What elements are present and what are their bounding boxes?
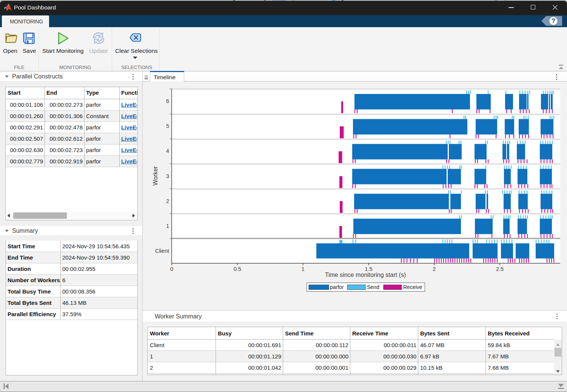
svg-text:parfor: parfor	[330, 284, 344, 290]
svg-text:Client: Client	[155, 248, 169, 254]
svg-text:0: 0	[170, 266, 173, 272]
svg-text:2.5: 2.5	[496, 266, 504, 272]
svg-text:5: 5	[166, 123, 169, 129]
svg-text:Worker: Worker	[152, 166, 159, 186]
svg-text:6: 6	[166, 98, 169, 104]
svg-text:Time since monitoring start (s: Time since monitoring start (s)	[325, 272, 406, 278]
svg-text:0.5: 0.5	[234, 266, 241, 272]
svg-text:3: 3	[166, 173, 169, 179]
svg-text:1: 1	[302, 266, 305, 272]
svg-text:Receive: Receive	[403, 284, 422, 290]
svg-text:Send: Send	[367, 284, 379, 290]
svg-text:2: 2	[166, 198, 169, 204]
svg-text:1.5: 1.5	[365, 266, 372, 272]
svg-text:1: 1	[166, 223, 169, 229]
svg-text:?: ?	[552, 18, 555, 24]
svg-text:4: 4	[166, 148, 169, 154]
svg-text:2: 2	[433, 266, 436, 272]
